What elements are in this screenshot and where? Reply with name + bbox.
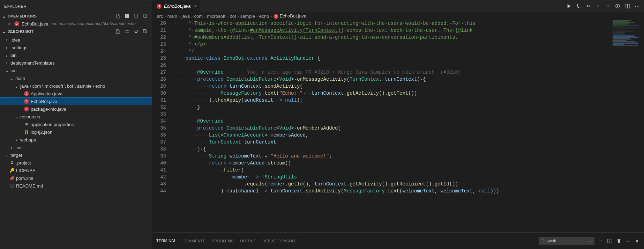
folder-item[interactable]: ›.settings: [0, 44, 152, 51]
code-line[interactable]: ········)·{: [174, 146, 611, 153]
code-line[interactable]: ············).thenApply(sendResult·->·nu…: [174, 97, 611, 104]
folder-item[interactable]: ⌄java \ com \ microsoft \ bot \ sample \…: [0, 82, 152, 90]
new-terminal-icon[interactable]: ＋: [597, 237, 604, 244]
panel-tab-debug-console[interactable]: DEBUG CONSOLE: [262, 237, 297, 245]
toggle-vertical-icon[interactable]: [123, 13, 130, 20]
line-number[interactable]: 24: [152, 48, 166, 55]
line-number[interactable]: 39: [152, 153, 166, 160]
line-number-gutter[interactable]: 2021222324252627282930313233343536373839…: [152, 20, 172, 232]
code-line[interactable]: ················).map(channel·->·turnCon…: [174, 188, 611, 195]
line-number[interactable]: 25: [152, 55, 166, 62]
trash-icon[interactable]: [615, 237, 622, 244]
file-item[interactable]: Jpackage-info.java: [0, 105, 152, 113]
breadcrumb-item[interactable]: sample: [240, 14, 255, 19]
code-line[interactable]: [174, 62, 611, 69]
minimap[interactable]: [611, 20, 644, 232]
terminal-select[interactable]: 1: pwsh ⌄: [539, 237, 594, 245]
split-editor-icon[interactable]: [624, 3, 631, 10]
breadcrumb-item[interactable]: bot: [230, 14, 236, 19]
line-number[interactable]: 37: [152, 139, 166, 146]
folder-item[interactable]: ›webapp: [0, 136, 152, 144]
new-folder-icon[interactable]: [123, 28, 130, 35]
line-number[interactable]: 28: [152, 76, 166, 83]
new-file-icon[interactable]: [114, 28, 121, 35]
code-line[interactable]: ············TurnContext·turnContext: [174, 139, 611, 146]
code-line[interactable]: ·····*·</p>: [174, 41, 611, 48]
folder-item[interactable]: ›test: [0, 144, 152, 151]
line-number[interactable]: 20: [152, 20, 166, 27]
file-item[interactable]: 📣pom.xml: [0, 174, 152, 182]
code-line[interactable]: ········@Override: [174, 118, 611, 125]
breadcrumb-item[interactable]: microsoft: [207, 14, 225, 19]
code-line[interactable]: ············List<ChannelAccount>·members…: [174, 132, 611, 139]
folder-item[interactable]: ⌄resources: [0, 113, 152, 120]
code-line[interactable]: ················MessageFactory.text("Ech…: [174, 90, 611, 97]
open-editor-item[interactable]: × J EchoBot.java src\main\java\com\micro…: [0, 20, 152, 28]
breadcrumb-item[interactable]: main: [167, 14, 177, 19]
file-item[interactable]: {}log4j2.json: [0, 128, 152, 136]
panel-tab-problems[interactable]: PROBLEMS: [212, 237, 234, 245]
code-line[interactable]: ········protected·CompletableFuture<Void…: [174, 125, 611, 132]
close-icon[interactable]: ×: [634, 237, 641, 244]
code-line[interactable]: ·····*·sample,·the·{@link·#onMessageActi…: [174, 27, 611, 34]
line-number[interactable]: 40: [152, 160, 166, 167]
file-item[interactable]: 🔑LICENSE: [0, 167, 152, 174]
code-line[interactable]: ················.filter(: [174, 167, 611, 174]
line-number[interactable]: 33: [152, 111, 166, 118]
code-line[interactable]: ·····*·This·is·where·application·specifi…: [174, 20, 611, 27]
prev-change-icon[interactable]: [594, 3, 601, 10]
more-icon[interactable]: ⋯: [144, 4, 148, 8]
tab-echobot[interactable]: J EchoBot.java ×: [152, 0, 201, 12]
folder-item[interactable]: ›.idea: [0, 36, 152, 44]
line-number[interactable]: 30: [152, 90, 166, 97]
run-icon[interactable]: [565, 3, 572, 10]
chevron-up-icon[interactable]: ︿: [624, 237, 631, 244]
breadcrumbs[interactable]: src›main›java›com›microsoft›bot›sample›e…: [152, 12, 644, 20]
close-icon[interactable]: ×: [194, 3, 197, 9]
line-number[interactable]: 22: [152, 34, 166, 41]
line-number[interactable]: 21: [152, 27, 166, 34]
preview-icon[interactable]: [614, 3, 621, 10]
code-line[interactable]: [174, 111, 611, 118]
save-all-icon[interactable]: [133, 13, 140, 20]
line-number[interactable]: 44: [152, 188, 166, 195]
code-line[interactable]: ············return·turnContext.sendActiv…: [174, 83, 611, 90]
code-line[interactable]: ·····*/: [174, 48, 611, 55]
line-number[interactable]: 31: [152, 97, 166, 104]
folder-item[interactable]: ›target: [0, 151, 152, 159]
file-item[interactable]: ⚙.project: [0, 159, 152, 167]
folder-item[interactable]: ⌄src: [0, 67, 152, 74]
code-line[interactable]: ········}: [174, 104, 611, 111]
file-item[interactable]: ≡application.properties: [0, 120, 152, 128]
more-icon[interactable]: ⋯: [634, 3, 641, 10]
line-number[interactable]: 29: [152, 83, 166, 90]
line-number[interactable]: 32: [152, 104, 166, 111]
line-number[interactable]: 27: [152, 69, 166, 76]
code-content[interactable]: ·····*·This·is·where·application·specifi…: [172, 20, 611, 232]
line-number[interactable]: 41: [152, 167, 166, 174]
code-line[interactable]: ····················member·->·!StringUti…: [174, 174, 611, 181]
code-line[interactable]: ········protected·CompletableFuture<Void…: [174, 76, 611, 83]
refresh-icon[interactable]: [133, 28, 140, 35]
folder-item[interactable]: ›deploymentTemplates: [0, 59, 152, 67]
breadcrumb-item[interactable]: src: [157, 14, 163, 19]
new-file-icon[interactable]: [114, 13, 121, 20]
close-icon[interactable]: ×: [7, 21, 12, 27]
close-all-icon[interactable]: [142, 13, 149, 20]
code-line[interactable]: ············return·membersAdded.stream(): [174, 160, 611, 167]
code-line[interactable]: ····public·class·EchoBot·extends·Activit…: [174, 55, 611, 62]
line-number[interactable]: 26: [152, 62, 166, 69]
code-line[interactable]: ························.equals(member.g…: [174, 181, 611, 188]
folder-item[interactable]: ⌄main: [0, 74, 152, 82]
compare-changes-icon[interactable]: [575, 3, 582, 10]
line-number[interactable]: 43: [152, 181, 166, 188]
git-commit-icon[interactable]: [585, 3, 592, 10]
breadcrumb-item[interactable]: JEchoBot.java: [274, 13, 307, 19]
file-item[interactable]: ⓘREADME.md: [0, 182, 152, 190]
file-item[interactable]: JEchoBot.java: [0, 97, 152, 105]
line-number[interactable]: 23: [152, 41, 166, 48]
panel-tab-comments[interactable]: COMMENTS: [182, 237, 205, 245]
breadcrumb-item[interactable]: java: [181, 14, 190, 19]
line-number[interactable]: 38: [152, 146, 166, 153]
code-line[interactable]: ········@Override You, a week ago via PR…: [174, 69, 611, 76]
